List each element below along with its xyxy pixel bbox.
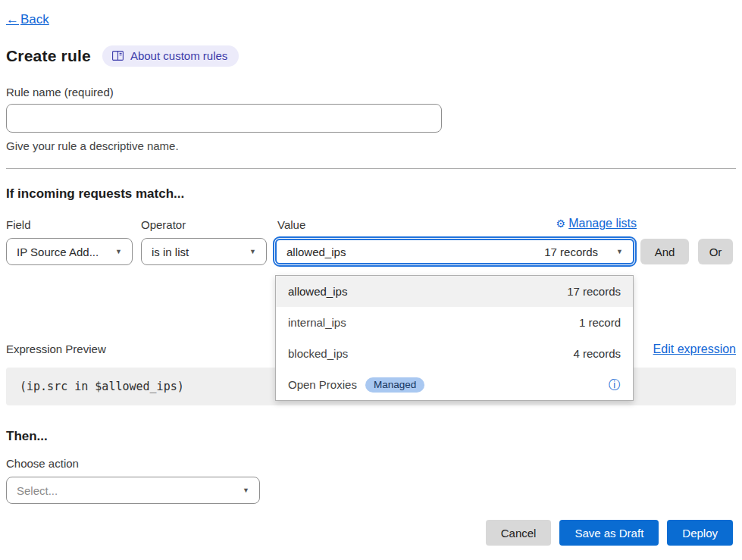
list-item-records: 1 record — [579, 316, 621, 329]
about-pill-label: About custom rules — [130, 49, 227, 62]
field-select-value: IP Source Add... — [17, 246, 99, 258]
list-item-name: allowed_ips — [288, 285, 347, 298]
value-select-value: allowed_ips — [286, 246, 544, 258]
list-dropdown-menu: allowed_ips 17 records internal_ips 1 re… — [275, 275, 634, 401]
action-select-placeholder: Select... — [17, 484, 58, 497]
manage-lists-wrap: ⚙Manage lists — [273, 217, 637, 230]
expression-preview-label: Expression Preview — [6, 343, 106, 355]
managed-badge: Managed — [365, 377, 424, 393]
footer-actions: Cancel Save as Draft Deploy — [6, 520, 736, 546]
about-custom-rules-link[interactable]: About custom rules — [102, 45, 239, 67]
book-icon — [112, 51, 124, 61]
info-icon[interactable]: ⓘ — [609, 379, 621, 391]
manage-lists-link[interactable]: Manage lists — [568, 217, 637, 230]
list-item-records: 17 records — [567, 285, 621, 298]
match-section-heading: If incoming requests match... — [6, 186, 736, 202]
chevron-down-icon: ▼ — [115, 249, 122, 255]
list-item-name: Open Proxies — [288, 378, 357, 391]
then-section-heading: Then... — [6, 429, 736, 444]
cancel-button[interactable]: Cancel — [486, 520, 552, 546]
chevron-down-icon: ▼ — [243, 487, 249, 494]
rule-name-input[interactable] — [6, 104, 442, 133]
save-as-draft-button[interactable]: Save as Draft — [559, 520, 659, 546]
list-item-records: 4 records — [573, 347, 621, 360]
list-item-internal-ips[interactable]: internal_ips 1 record — [276, 307, 633, 338]
create-rule-page: ←Back Create rule About custom rules Rul… — [0, 0, 742, 560]
operator-select-value: is in list — [152, 246, 189, 258]
list-item-name: internal_ips — [288, 316, 346, 329]
title-row: Create rule About custom rules — [6, 45, 736, 67]
operator-select[interactable]: is in list ▼ — [141, 238, 267, 265]
list-item-name: blocked_ips — [288, 347, 348, 360]
rule-name-helper: Give your rule a descriptive name. — [6, 139, 736, 152]
condition-builder: Field Operator Value ⚙Manage lists IP So… — [6, 218, 736, 268]
value-select[interactable]: allowed_ips 17 records ▼ — [273, 236, 637, 267]
list-item-left: Open Proxies Managed — [288, 377, 424, 393]
action-select[interactable]: Select... ▼ — [6, 477, 260, 504]
list-item-open-proxies[interactable]: Open Proxies Managed ⓘ — [276, 369, 633, 400]
page-title: Create rule — [6, 47, 91, 65]
edit-expression-link[interactable]: Edit expression — [653, 343, 736, 356]
or-button[interactable]: Or — [698, 239, 733, 264]
chevron-down-icon: ▼ — [616, 249, 623, 255]
deploy-button[interactable]: Deploy — [667, 520, 733, 546]
choose-action-label: Choose action — [6, 457, 736, 470]
field-column-label: Field — [6, 218, 31, 231]
list-item-blocked-ips[interactable]: blocked_ips 4 records — [276, 338, 633, 369]
section-divider — [6, 168, 736, 169]
back-row: ←Back — [6, 0, 736, 27]
and-button[interactable]: And — [640, 239, 689, 264]
value-select-inner: allowed_ips 17 records ▼ — [275, 239, 634, 264]
chevron-down-icon: ▼ — [249, 249, 256, 255]
back-link-label: Back — [20, 12, 49, 27]
operator-column-label: Operator — [141, 218, 186, 231]
value-select-meta: 17 records — [544, 246, 598, 258]
field-select[interactable]: IP Source Add... ▼ — [6, 238, 133, 265]
back-arrow-icon: ← — [6, 12, 19, 27]
list-item-allowed-ips[interactable]: allowed_ips 17 records — [276, 276, 633, 307]
back-link[interactable]: ←Back — [6, 12, 49, 27]
rule-name-label: Rule name (required) — [6, 86, 736, 99]
gear-icon: ⚙ — [556, 217, 566, 230]
